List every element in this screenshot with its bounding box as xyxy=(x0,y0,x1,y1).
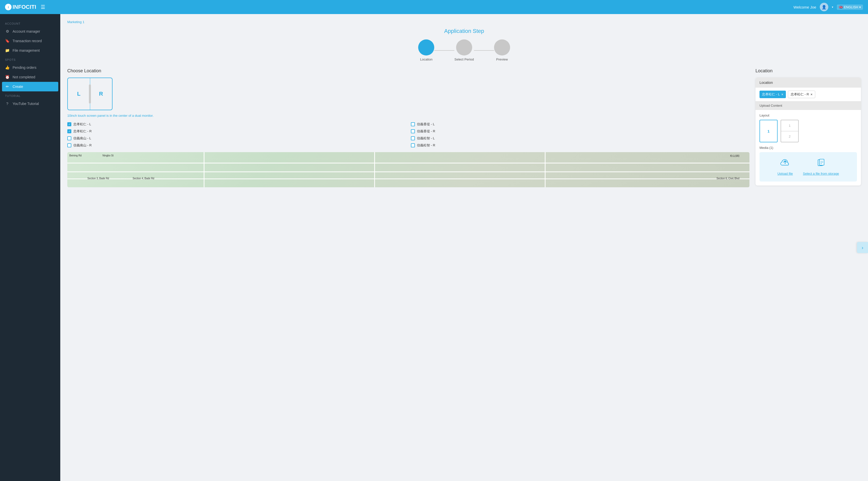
map-label-bade: Section 3, Bade Rd xyxy=(87,177,109,180)
pencil-icon: ✏ xyxy=(5,84,9,89)
checkbox-item-loc7[interactable]: 信義南山 - R xyxy=(67,143,406,148)
checkbox-loc5[interactable] xyxy=(67,136,71,140)
upload-file-button[interactable]: Upload file xyxy=(777,158,793,175)
thumbs-up-icon: 👍 xyxy=(5,65,9,70)
sidebar-item-create[interactable]: ✏ Create xyxy=(2,82,58,91)
location-panel: Location 忠孝松仁 - L × 忠孝松仁 - R × Upload Co… xyxy=(755,77,861,186)
breadcrumb-link[interactable]: Marketing 1 xyxy=(67,20,84,24)
step-line-1 xyxy=(434,50,454,51)
checkbox-item-loc5[interactable]: 信義南山 - L xyxy=(67,136,406,140)
map-label-songshan: 松山(錦) xyxy=(730,154,739,158)
checkbox-item-loc6[interactable]: 信義松智 - L xyxy=(411,136,749,140)
storage-file-icon xyxy=(816,158,826,169)
map-road-v1 xyxy=(204,152,205,187)
monitor-hint: 10inch touch screen panel is in the cent… xyxy=(67,114,749,118)
map-label-civic: Section 6, Civic Blvd xyxy=(717,177,739,180)
media-label: Media (1) xyxy=(760,146,857,150)
monitor-graphic: L R xyxy=(67,77,113,110)
monitor-panel-left: L xyxy=(68,78,90,110)
sidebar-item-pending-orders[interactable]: 👍 Pending orders xyxy=(0,63,60,72)
step-circle-preview[interactable] xyxy=(494,39,510,56)
checkbox-item-loc8[interactable]: 信義松智 - R xyxy=(411,143,749,148)
map-area: Beining Rd Ningbo St Section 3, Bade Rd … xyxy=(67,152,749,187)
step-select-period: Select Period xyxy=(454,39,474,61)
next-button[interactable]: › xyxy=(857,242,868,253)
step-track: Location Select Period Preview xyxy=(67,39,861,61)
layout-options: 1 1 2 xyxy=(760,120,857,142)
next-arrow-icon: › xyxy=(862,245,864,251)
language-selector[interactable]: 🇬🇧 ENGLISH ▾ xyxy=(837,4,863,10)
checkbox-item-loc3[interactable]: 忠孝松仁 - R xyxy=(67,129,406,134)
map-placeholder: Beining Rd Ningbo St Section 3, Bade Rd … xyxy=(67,152,749,187)
select-storage-button[interactable]: Select a file from storage xyxy=(803,158,839,175)
sidebar-item-youtube-tutorial[interactable]: ? YouTube Tutorial xyxy=(0,99,60,108)
checkbox-loc6[interactable] xyxy=(411,136,415,140)
map-label-beining: Beining Rd xyxy=(69,154,82,157)
topnav-right: Welcome Joe 👤 ▾ 🇬🇧 ENGLISH ▾ xyxy=(794,3,863,11)
step-label-location: Location xyxy=(420,58,433,61)
folder-icon: 📁 xyxy=(5,48,9,53)
account-section-label: ACCOUNT xyxy=(0,19,60,27)
sidebar-item-transaction-record[interactable]: 🔖 Transaction record xyxy=(0,36,60,46)
upload-content-bar: Upload Content xyxy=(755,101,861,110)
layout-option-single[interactable]: 1 xyxy=(760,120,778,142)
welcome-text: Welcome Joe xyxy=(794,5,816,9)
layout-label: Layout xyxy=(760,114,857,117)
logo: i INFOCITI xyxy=(5,4,36,10)
tag-icon: 🔖 xyxy=(5,39,9,43)
tag-close-2[interactable]: × xyxy=(810,93,812,96)
app-step-section: Application Step Location Select Period … xyxy=(67,28,861,61)
step-circle-select-period[interactable] xyxy=(456,39,472,56)
breadcrumb: Marketing 1 xyxy=(67,20,861,24)
map-label-bade4: Section 4, Bade Rd xyxy=(133,177,154,180)
sidebar-item-file-management[interactable]: 📁 File management xyxy=(0,46,60,55)
location-panel-title: Location xyxy=(755,68,861,73)
layout-option-split[interactable]: 1 2 xyxy=(781,120,799,142)
choose-location-title: Choose Location xyxy=(67,68,749,73)
checkbox-item-loc4[interactable]: 信義香堤 - R xyxy=(411,129,749,134)
checkbox-loc8[interactable] xyxy=(411,143,415,147)
layout-section: Layout 1 1 2 xyxy=(755,110,861,146)
step-circle-location[interactable] xyxy=(418,39,434,56)
checkbox-loc4[interactable] xyxy=(411,129,415,133)
checkbox-loc7[interactable] xyxy=(67,143,71,147)
sidebar-item-account-manager[interactable]: ⚙ Account manager xyxy=(0,27,60,36)
map-label-ningbo: Ningbo St xyxy=(102,154,114,157)
gear-icon: ⚙ xyxy=(5,29,9,34)
checkbox-item-loc1[interactable]: 忠孝松仁 - L xyxy=(67,122,406,127)
hamburger-menu[interactable]: ☰ xyxy=(41,4,45,10)
col-left: Choose Location L R 10inch touch screen … xyxy=(67,68,749,187)
location-checkbox-grid: 忠孝松仁 - L 信義香堤 - L 忠孝松仁 - R 信義香堤 - R xyxy=(67,122,749,148)
user-dropdown-arrow[interactable]: ▾ xyxy=(832,5,833,9)
sidebar: ACCOUNT ⚙ Account manager 🔖 Transaction … xyxy=(0,14,60,481)
map-road-h2 xyxy=(67,171,749,172)
checkbox-loc3[interactable] xyxy=(67,129,71,133)
tutorial-section-label: TUTORIAL xyxy=(0,91,60,99)
step-label-select-period: Select Period xyxy=(454,58,474,61)
tag-close-1[interactable]: × xyxy=(781,93,783,96)
checkbox-loc1[interactable] xyxy=(67,122,71,126)
question-icon: ? xyxy=(5,101,9,106)
monitor-panel-right: R xyxy=(90,78,112,110)
location-tag-secondary: 忠孝松仁 - R × xyxy=(788,91,815,98)
step-label-preview: Preview xyxy=(496,58,508,61)
sidebar-item-not-completed[interactable]: ⏰ Not completed xyxy=(0,72,60,82)
checkbox-item-loc2[interactable]: 信義香堤 - L xyxy=(411,122,749,127)
map-road-v3 xyxy=(545,152,546,187)
location-panel-header: Location xyxy=(755,77,861,88)
upload-file-label[interactable]: Upload file xyxy=(777,172,793,175)
step-location: Location xyxy=(418,39,434,61)
two-col-layout: Choose Location L R 10inch touch screen … xyxy=(67,68,861,187)
media-section: Media (1) Upload file xyxy=(755,146,861,186)
map-road-h3 xyxy=(67,179,749,179)
location-tag-primary: 忠孝松仁 - L × xyxy=(760,91,786,98)
step-preview: Preview xyxy=(494,39,510,61)
map-road-h1 xyxy=(67,163,749,163)
app-step-title: Application Step xyxy=(67,28,861,34)
checkbox-loc2[interactable] xyxy=(411,122,415,126)
select-storage-label[interactable]: Select a file from storage xyxy=(803,172,839,175)
layout-split-top: 1 xyxy=(781,120,798,131)
map-road-v2 xyxy=(374,152,375,187)
avatar[interactable]: 👤 xyxy=(820,3,828,11)
location-tags: 忠孝松仁 - L × 忠孝松仁 - R × xyxy=(755,88,861,101)
